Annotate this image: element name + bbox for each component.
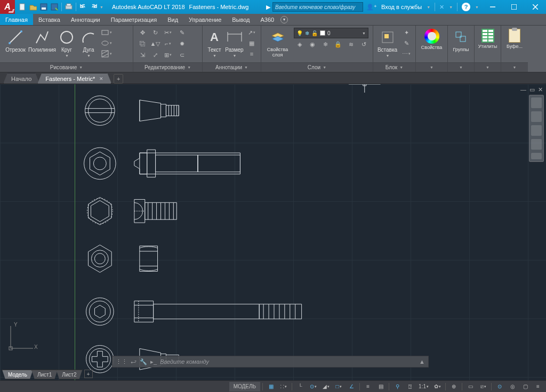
isoplane-icon[interactable]: ◢ ▾ [320, 382, 332, 391]
layout-sheet1[interactable]: Лист1 [31, 370, 58, 379]
tab-output[interactable]: Вывод [227, 14, 255, 25]
panel-groups-label[interactable]: ▼ [448, 62, 474, 72]
array-icon[interactable]: ⊞▾ [162, 50, 174, 60]
cmd-expand-icon[interactable]: ▲ [419, 358, 425, 365]
app-logo[interactable]: A [0, 0, 15, 14]
attr-icon[interactable]: ⋯▾ [400, 49, 412, 59]
add-layout-button[interactable]: + [84, 370, 93, 378]
snap-toggle-icon[interactable]: ⸬ ▾ [278, 382, 290, 391]
annomon-icon[interactable]: ⊕ [448, 382, 460, 391]
ws-icon[interactable]: ✿ ▾ [431, 382, 443, 391]
hwaccel-icon[interactable]: ⊙ [494, 382, 505, 391]
circle-button[interactable]: Круг▼ [57, 28, 77, 58]
new-icon[interactable] [17, 2, 28, 12]
model-space-button[interactable]: МОДЕЛЬ [229, 382, 260, 391]
tab-annotate[interactable]: Аннотации [66, 14, 106, 25]
vp-restore-icon[interactable]: ▭ [529, 86, 535, 93]
tab-home[interactable]: Главная [0, 14, 33, 25]
polar-icon[interactable]: ⊙ ▾ [307, 382, 319, 391]
rotate-icon[interactable]: ↻ [149, 28, 161, 37]
mtext-icon[interactable]: ≡ [246, 49, 258, 59]
layerprev-icon[interactable]: ↺ [358, 39, 370, 49]
lwt-icon[interactable]: ≡ [362, 382, 374, 391]
rect-icon[interactable]: ▾ [100, 28, 112, 37]
undo-icon[interactable] [78, 2, 89, 12]
hatch-icon[interactable]: ▾ [100, 49, 112, 59]
cmd-custom-icon[interactable]: 🔧 [140, 358, 147, 365]
maximize-button[interactable] [503, 0, 525, 14]
edit-block-icon[interactable]: ✎ [400, 38, 412, 48]
tab-parametric[interactable]: Параметризация [106, 14, 162, 25]
offset-icon[interactable]: ⊂ [176, 50, 188, 60]
customize-icon[interactable]: ≡ [532, 382, 544, 391]
otrack-icon[interactable]: ∠ [346, 382, 357, 391]
panel-draw-label[interactable]: Рисование▼ [0, 62, 133, 72]
arc-button[interactable]: Дуга▼ [79, 28, 98, 58]
nav-zoom-icon[interactable] [531, 125, 542, 136]
layermatch-icon[interactable]: ≋ [345, 39, 357, 49]
clipboard-button[interactable]: Буфе... [504, 28, 525, 49]
signin-icon[interactable]: 👤⁺ [366, 4, 377, 11]
tab-manage[interactable]: Управление [183, 14, 227, 25]
tab-focus-icon[interactable]: ▾ [280, 16, 288, 23]
create-block-icon[interactable]: ✦ [400, 28, 412, 37]
clean-icon[interactable]: ▢ [519, 382, 531, 391]
plot-icon[interactable] [63, 2, 74, 12]
help-icon[interactable]: ? [462, 3, 470, 11]
isolate-icon[interactable]: ◎ [507, 382, 518, 391]
annoscale-icon[interactable]: ⚲ [391, 382, 403, 391]
osnap-icon[interactable]: □ ▾ [333, 382, 344, 391]
tab-start[interactable]: Начало [3, 73, 39, 84]
search-play-icon[interactable]: ▶ [266, 4, 270, 11]
polyline-button[interactable]: Полилиния [30, 28, 54, 53]
properties-button[interactable]: Свойства [419, 28, 444, 50]
qat-dropdown-icon[interactable]: ▼ [100, 5, 103, 9]
tpy-icon[interactable]: ▤ [375, 382, 387, 391]
drawing-canvas[interactable]: — ▭ ✕ Y X ⋮⋮ ⮐ 🔧 ▸_ Введите команду ▲ Мо… [0, 84, 546, 380]
layerlock-icon[interactable]: 🔒 [332, 39, 344, 49]
nav-pan-icon[interactable] [531, 111, 542, 122]
layeriso-icon[interactable]: ◈ [294, 39, 306, 49]
text-button[interactable]: AТекст▼ [206, 28, 223, 58]
fillet-icon[interactable]: ⌐▾ [162, 39, 174, 48]
panel-props-label[interactable]: ▼ [416, 62, 447, 72]
explode-icon[interactable]: ✸ [176, 39, 188, 48]
table-icon[interactable]: ▦ [246, 38, 258, 48]
layeroff-icon[interactable]: ◉ [307, 39, 318, 49]
panel-clip-label[interactable]: ▼ [501, 62, 528, 72]
grid-toggle-icon[interactable]: ▦ [265, 382, 277, 391]
command-line[interactable]: ⋮⋮ ⮐ 🔧 ▸_ Введите команду ▲ [112, 356, 429, 368]
nav-wheel-icon[interactable] [531, 97, 542, 108]
ellipse-icon[interactable]: ▾ [100, 38, 112, 48]
tab-current-file[interactable]: Fasteners - Metric*✕ [37, 73, 111, 84]
dim-button[interactable]: Размер▼ [225, 28, 244, 58]
move-icon[interactable]: ✥ [136, 28, 148, 37]
scale-icon[interactable]: ⤢ [149, 50, 161, 60]
panel-block-label[interactable]: Блок▼ [373, 62, 415, 72]
tab-view[interactable]: Вид [162, 14, 183, 25]
nav-orbit-icon[interactable] [531, 139, 542, 150]
layout-model[interactable]: Модель [2, 370, 33, 379]
panel-anno-label[interactable]: Аннотации▼ [203, 62, 261, 72]
save-icon[interactable] [38, 2, 49, 12]
panel-layers-label[interactable]: Слои▼ [261, 62, 373, 72]
close-button[interactable] [525, 0, 546, 14]
units-icon[interactable]: ⎚ ▾ [477, 382, 489, 391]
copy-icon[interactable]: ⿻ [136, 39, 148, 48]
cmd-handle-icon[interactable]: ⋮⋮ [116, 358, 127, 365]
exchange-icon[interactable]: ✕ [439, 4, 444, 11]
open-icon[interactable] [28, 2, 38, 12]
line-button[interactable]: Отрезок [3, 28, 28, 53]
panel-edit-label[interactable]: Редактирование▼ [133, 62, 202, 72]
trim-icon[interactable]: ✂▾ [162, 28, 174, 37]
insert-button[interactable]: Вставка▼ [376, 28, 398, 58]
layer-combo[interactable]: 💡 ❄ 🔓 0 ▼ [294, 28, 368, 38]
redo-icon[interactable] [89, 2, 99, 12]
tab-insert[interactable]: Вставка [33, 14, 66, 25]
minimize-button[interactable] [482, 0, 503, 14]
stretch-icon[interactable]: ⇲ [136, 50, 148, 60]
close-tab-icon[interactable]: ✕ [99, 76, 103, 81]
erase-icon[interactable]: ✎ [176, 28, 188, 37]
saveas-icon[interactable] [49, 2, 60, 12]
utils-button[interactable]: Утилиты [478, 28, 497, 49]
